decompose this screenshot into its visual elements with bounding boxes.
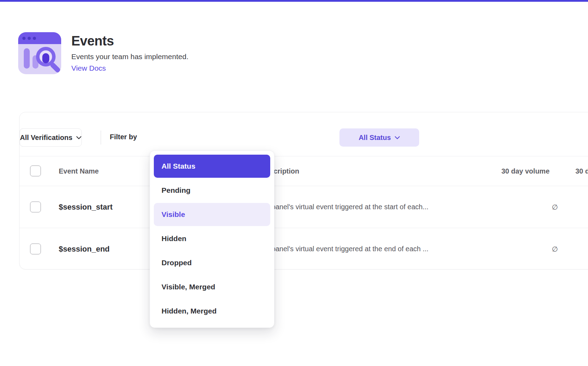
status-filter-dropdown-menu: All Status Pending Visible Hidden Droppe…: [150, 150, 274, 328]
event-name[interactable]: $session_end: [59, 228, 110, 270]
event-30-day-volume: ∅: [439, 228, 558, 270]
table-row[interactable]: $session_end Mixpanel's virtual event tr…: [20, 228, 588, 270]
status-menu-item[interactable]: Visible, Merged: [154, 275, 270, 298]
filter-label: All Verifications: [20, 134, 72, 142]
status-menu-item[interactable]: Hidden, Merged: [154, 300, 270, 323]
status-menu-item-label: Hidden, Merged: [162, 307, 217, 315]
status-menu-item[interactable]: Visible: [154, 203, 270, 226]
column-header-30-day-extra[interactable]: 30 day: [575, 156, 588, 186]
filter-dropdown-button[interactable]: All Status: [339, 128, 419, 147]
page-subtitle: Events your team has implemented.: [71, 52, 188, 61]
browser-window-bar: [18, 32, 61, 44]
status-menu-item-label: Visible: [162, 210, 185, 219]
window-dot-icon: [28, 37, 31, 40]
column-header-30-day-volume[interactable]: 30 day volume: [439, 156, 550, 186]
status-menu-item[interactable]: All Status: [154, 155, 270, 178]
table-header-row: Event Name Description 30 day volume 30 …: [20, 156, 588, 186]
select-all-checkbox[interactable]: [30, 166, 41, 176]
window-dot-icon: [33, 37, 36, 40]
filter-label: All Status: [359, 134, 391, 142]
table-body: $session_start Mixpanel's virtual event …: [20, 186, 588, 270]
chevron-down-icon: [76, 136, 81, 139]
top-accent-bar: [0, 0, 588, 2]
row-checkbox[interactable]: [30, 202, 41, 212]
status-menu-item-label: Pending: [162, 186, 191, 195]
events-table-card: 2 results Filter by All Status All Tags …: [19, 112, 588, 269]
status-menu-item[interactable]: Pending: [154, 179, 270, 202]
column-header-event-name[interactable]: Event Name: [59, 156, 99, 186]
view-docs-link[interactable]: View Docs: [71, 64, 106, 72]
status-menu-item-label: Hidden: [162, 234, 186, 243]
chart-bar-icon: [24, 48, 30, 69]
status-menu-item-label: Dropped: [162, 259, 192, 267]
events-page-icon: [18, 32, 61, 74]
event-description: Mixpanel's virtual event triggered at th…: [261, 228, 429, 270]
page-title: Events: [71, 34, 114, 49]
status-menu-item-label: All Status: [162, 162, 195, 170]
event-description: Mixpanel's virtual event triggered at th…: [261, 186, 429, 228]
filter-by-label: Filter by: [110, 133, 137, 141]
event-30-day-volume: ∅: [439, 186, 558, 228]
status-menu-item-label: Visible, Merged: [162, 283, 215, 291]
status-menu-item[interactable]: Dropped: [154, 251, 270, 274]
status-menu-item[interactable]: Hidden: [154, 227, 270, 250]
table-row[interactable]: $session_start Mixpanel's virtual event …: [20, 186, 588, 228]
magnifier-core-icon: [42, 53, 49, 63]
toolbar-divider: [101, 131, 101, 145]
chevron-down-icon: [395, 136, 400, 139]
event-name[interactable]: $session_start: [59, 186, 113, 228]
row-checkbox[interactable]: [30, 244, 41, 254]
filter-dropdown-button[interactable]: All Verifications: [20, 128, 82, 147]
window-dot-icon: [22, 37, 26, 40]
